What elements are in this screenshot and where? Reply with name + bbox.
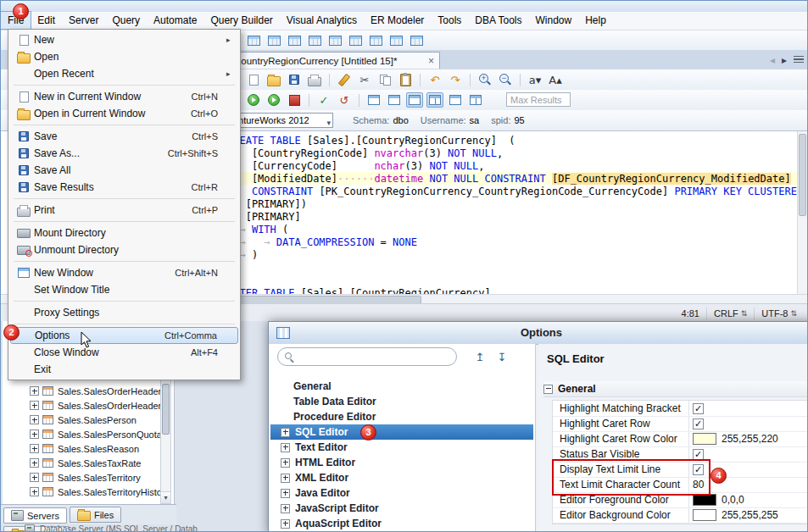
menu-item-close-window[interactable]: Close WindowAlt+F4 bbox=[10, 344, 238, 361]
menu-item-exit[interactable]: Exit bbox=[10, 361, 238, 378]
expand-icon[interactable] bbox=[281, 519, 290, 529]
expand-icon[interactable] bbox=[30, 429, 39, 439]
tab-servers[interactable]: Servers bbox=[3, 507, 67, 524]
options-tree-aquascript-editor[interactable]: AquaScript Editor bbox=[270, 516, 533, 531]
redo-button[interactable]: ↷ bbox=[447, 72, 464, 87]
open-file-button[interactable] bbox=[265, 72, 282, 87]
menu-item-new-window[interactable]: New WindowCtrl+Alt+N bbox=[10, 264, 238, 281]
print-button[interactable] bbox=[306, 72, 323, 87]
menu-item-mount-directory[interactable]: Mount Directory bbox=[10, 224, 238, 241]
menu-visual-analytics[interactable]: Visual Analytics bbox=[280, 12, 364, 29]
editor-background-color-swatch[interactable] bbox=[693, 509, 716, 521]
tree-item-sales-salesterritoryhistory[interactable]: Sales.SalesTerritoryHistory bbox=[3, 485, 160, 499]
scroll-down-icon[interactable]: ▾ bbox=[161, 491, 170, 503]
scrollbar-thumb[interactable] bbox=[799, 134, 806, 216]
expand-all-icon[interactable]: ↥ bbox=[472, 350, 488, 365]
expand-icon[interactable] bbox=[30, 444, 39, 453]
menu-item-unmount-directory[interactable]: Unmount Directory bbox=[10, 241, 238, 258]
format-sql-button[interactable] bbox=[336, 72, 353, 87]
options-tree-procedure-editor[interactable]: Procedure Editor bbox=[270, 409, 533, 424]
table-browser-button[interactable] bbox=[286, 33, 303, 48]
options-dialog-titlebar[interactable]: Options bbox=[269, 322, 808, 345]
menu-edit[interactable]: Edit bbox=[31, 12, 62, 29]
menu-dba-tools[interactable]: DBA Tools bbox=[468, 12, 528, 29]
menu-er-modeler[interactable]: ER Modeler bbox=[364, 12, 431, 29]
execute-script-button[interactable] bbox=[265, 92, 282, 108]
explorer-scrollbar[interactable]: ▾ bbox=[160, 380, 171, 504]
menu-item-save-all[interactable]: Save All bbox=[10, 162, 238, 179]
query-window-button[interactable] bbox=[245, 33, 262, 48]
rollback-button[interactable]: ↺ bbox=[336, 92, 353, 108]
highlight-caret-row-checkbox[interactable]: ✓ bbox=[693, 418, 704, 429]
zoom-out-button[interactable] bbox=[497, 72, 514, 87]
font-decrease-button[interactable]: a▾ bbox=[527, 72, 543, 87]
tab-group-button[interactable] bbox=[447, 92, 464, 108]
copy-button[interactable] bbox=[376, 72, 393, 87]
stop-button[interactable] bbox=[286, 92, 303, 108]
scrollbar-thumb[interactable] bbox=[162, 384, 170, 435]
settings-group-header[interactable]: General bbox=[543, 381, 808, 397]
expand-icon[interactable] bbox=[30, 458, 39, 468]
options-tree-sql-editor[interactable]: SQL Editor bbox=[270, 424, 533, 440]
import-tool-button[interactable] bbox=[347, 33, 364, 48]
line-ending-selector[interactable]: CRLF⇅ bbox=[706, 308, 754, 319]
window-left-button[interactable] bbox=[365, 92, 382, 108]
close-tab-icon[interactable]: × bbox=[428, 55, 434, 67]
menu-item-print[interactable]: PrintCtrl+P bbox=[10, 202, 238, 219]
tree-item-sales-salesorderheader[interactable]: Sales.SalesOrderHeader bbox=[3, 384, 160, 398]
highlight-caret-row-color-swatch[interactable] bbox=[693, 433, 716, 445]
expand-icon[interactable] bbox=[281, 428, 290, 437]
execute-button[interactable] bbox=[245, 92, 262, 108]
menu-server[interactable]: Server bbox=[62, 12, 105, 29]
next-tab-icon[interactable]: ▸ bbox=[782, 54, 787, 66]
options-tree-xml-editor[interactable]: XML Editor bbox=[270, 470, 533, 485]
menu-query[interactable]: Query bbox=[105, 12, 147, 29]
font-increase-button[interactable]: A▴ bbox=[547, 72, 564, 87]
restore-windows-button[interactable] bbox=[467, 92, 484, 108]
menu-query-builder[interactable]: Query Builder bbox=[203, 12, 279, 29]
expand-icon[interactable] bbox=[281, 443, 290, 452]
max-results-input[interactable] bbox=[506, 92, 571, 107]
menu-item-save[interactable]: SaveCtrl+S bbox=[10, 128, 238, 145]
export-tool-button[interactable] bbox=[367, 33, 384, 48]
document-tab[interactable]: CountryRegionCurrency [Untitled 15]* × bbox=[228, 52, 440, 69]
grid-results-button[interactable] bbox=[408, 33, 425, 48]
menu-item-new-in-current-window[interactable]: New in Current WindowCtrl+N bbox=[10, 88, 238, 105]
tree-item-sales-salesterritory[interactable]: Sales.SalesTerritory bbox=[3, 470, 160, 485]
collapse-all-icon[interactable]: ↧ bbox=[494, 350, 510, 365]
paste-button[interactable] bbox=[397, 72, 414, 87]
tree-item-sales-salespersonquotahistory[interactable]: Sales.SalesPersonQuotaHistory bbox=[3, 427, 160, 441]
tree-item-sales-salesperson[interactable]: Sales.SalesPerson bbox=[3, 413, 160, 427]
menu-item-open-recent[interactable]: Open Recent▸ bbox=[10, 65, 238, 82]
tab-list-icon[interactable] bbox=[794, 56, 804, 64]
expand-icon[interactable] bbox=[281, 489, 290, 498]
menu-item-options[interactable]: OptionsCtrl+Comma bbox=[10, 327, 238, 344]
options-tree-java-editor[interactable]: Java Editor bbox=[270, 485, 533, 501]
tree-item-sales-salesorderheadersalesreason[interactable]: Sales.SalesOrderHeaderSalesReason bbox=[3, 398, 160, 413]
expand-icon[interactable] bbox=[30, 473, 39, 482]
menu-item-open[interactable]: Open bbox=[10, 48, 238, 65]
split-vertical-button[interactable] bbox=[426, 92, 443, 108]
undo-button[interactable]: ↶ bbox=[426, 72, 443, 87]
table-data-editor-button[interactable] bbox=[265, 33, 282, 48]
status-bar-visible-checkbox[interactable]: ✓ bbox=[693, 449, 704, 460]
menu-item-new[interactable]: New▸ bbox=[10, 31, 238, 48]
highlight-matching-bracket-checkbox[interactable]: ✓ bbox=[693, 403, 704, 414]
window-right-button[interactable] bbox=[386, 92, 403, 108]
cut-button[interactable]: ✂ bbox=[356, 72, 373, 87]
collapse-group-icon[interactable] bbox=[543, 385, 553, 394]
menu-item-save-results[interactable]: Save ResultsCtrl+R bbox=[10, 179, 238, 196]
new-file-button[interactable] bbox=[245, 72, 262, 87]
options-tree-html-editor[interactable]: HTML Editor bbox=[270, 455, 533, 470]
menu-window[interactable]: Window bbox=[529, 12, 579, 29]
er-diagram-button[interactable] bbox=[387, 33, 404, 48]
schema-browser-button[interactable] bbox=[306, 33, 323, 48]
search-input[interactable] bbox=[298, 350, 451, 365]
expand-icon[interactable] bbox=[281, 504, 290, 513]
tree-item-sales-salestaxrate[interactable]: Sales.SalesTaxRate bbox=[3, 456, 160, 470]
expand-icon[interactable] bbox=[30, 386, 39, 396]
menu-tools[interactable]: Tools bbox=[431, 12, 468, 29]
zoom-in-button[interactable] bbox=[476, 72, 493, 87]
expand-icon[interactable] bbox=[281, 458, 290, 468]
options-tree-javascript-editor[interactable]: JavaScript Editor bbox=[270, 501, 533, 516]
